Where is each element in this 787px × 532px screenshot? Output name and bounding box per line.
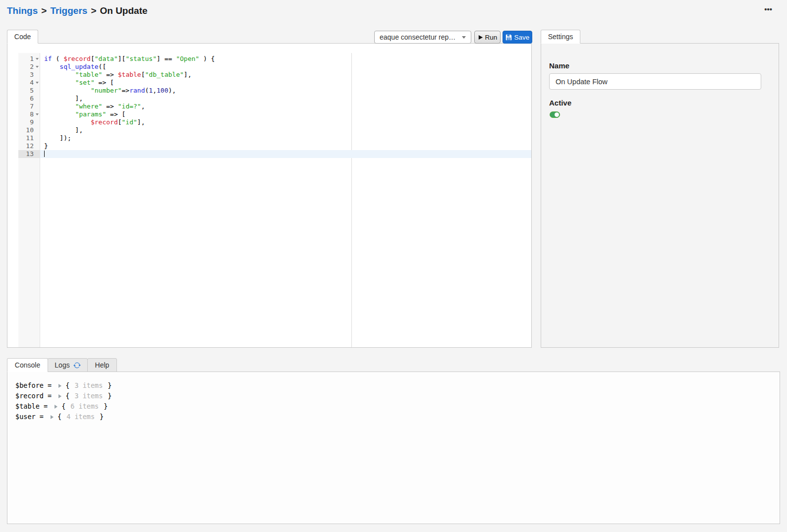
toggle-knob bbox=[555, 112, 559, 117]
code-line-content: $record["id"], bbox=[40, 118, 531, 126]
line-gutter-cell: 10 bbox=[18, 126, 40, 134]
console-variable-name: $before = bbox=[15, 380, 56, 391]
fold-slot bbox=[34, 113, 40, 115]
triangle-down-icon[interactable] bbox=[36, 66, 39, 68]
console-entry: $user = {4 items} bbox=[15, 412, 775, 422]
tab-logs-label: Logs bbox=[55, 361, 69, 369]
console-entry: $before = {3 items} bbox=[15, 380, 775, 391]
console-open-brace: { bbox=[61, 401, 65, 412]
record-selector-dropdown[interactable]: eaque consectetur rep… bbox=[374, 31, 471, 44]
line-gutter-cell: 3 bbox=[18, 71, 40, 79]
code-line-content bbox=[40, 150, 531, 158]
triangle-right-icon[interactable] bbox=[55, 405, 57, 409]
text-cursor bbox=[44, 151, 45, 157]
line-gutter-cell: 9 bbox=[18, 118, 40, 126]
tab-console[interactable]: Console bbox=[7, 358, 48, 372]
console-close-brace: } bbox=[108, 380, 112, 391]
code-line[interactable]: 12} bbox=[18, 142, 531, 150]
line-number: 12 bbox=[26, 142, 34, 150]
line-gutter-cell: 4 bbox=[18, 79, 40, 87]
refresh-icon[interactable] bbox=[73, 362, 81, 369]
run-button[interactable]: Run bbox=[474, 31, 501, 44]
line-gutter-cell: 13 bbox=[18, 150, 40, 158]
breadcrumb-item-triggers[interactable]: Triggers bbox=[50, 5, 87, 16]
fold-slot bbox=[34, 82, 40, 84]
active-toggle[interactable] bbox=[550, 111, 560, 118]
line-number: 3 bbox=[30, 71, 34, 79]
triangle-right-icon[interactable] bbox=[58, 394, 61, 398]
triangle-right-icon[interactable] bbox=[51, 415, 54, 419]
line-number: 2 bbox=[30, 63, 34, 71]
name-label: Name bbox=[549, 61, 569, 70]
line-number: 8 bbox=[30, 110, 34, 118]
triangle-right-icon[interactable] bbox=[58, 384, 61, 388]
code-line[interactable]: 4 "set" => [ bbox=[18, 79, 531, 87]
console-entry: $record = {3 items} bbox=[15, 391, 775, 401]
console-close-brace: } bbox=[104, 401, 108, 412]
console-close-brace: } bbox=[108, 391, 112, 401]
code-editor[interactable]: 1if ( $record["data"]["status"] == "Open… bbox=[18, 53, 531, 347]
line-number: 7 bbox=[30, 103, 34, 110]
tab-code[interactable]: Code bbox=[7, 30, 38, 44]
code-lines: 1if ( $record["data"]["status"] == "Open… bbox=[18, 55, 531, 158]
code-line[interactable]: 8 "params" => [ bbox=[18, 110, 531, 118]
console-items-count: 3 items bbox=[74, 380, 103, 391]
breadcrumb-separator: > bbox=[91, 5, 96, 16]
breadcrumb-item-things[interactable]: Things bbox=[7, 5, 38, 16]
code-line[interactable]: 9 $record["id"], bbox=[18, 118, 531, 126]
triangle-down-icon[interactable] bbox=[36, 113, 39, 115]
code-line[interactable]: 13 bbox=[18, 150, 531, 158]
tab-settings[interactable]: Settings bbox=[541, 30, 580, 44]
code-line[interactable]: 3 "table" => $table["db_table"], bbox=[18, 71, 531, 79]
code-line[interactable]: 1if ( $record["data"]["status"] == "Open… bbox=[18, 55, 531, 63]
ellipsis-icon[interactable]: ••• bbox=[764, 5, 772, 14]
line-number: 6 bbox=[30, 95, 34, 103]
console-close-brace: } bbox=[100, 412, 104, 422]
record-selector-value: eaque consectetur rep… bbox=[380, 33, 459, 41]
breadcrumb-separator: > bbox=[41, 5, 47, 16]
triangle-down-icon[interactable] bbox=[36, 58, 39, 60]
line-gutter-cell: 6 bbox=[18, 95, 40, 103]
line-gutter-cell: 7 bbox=[18, 103, 40, 110]
code-line-content: "number"=>rand(1,100), bbox=[40, 87, 531, 95]
console-items-count: 6 items bbox=[70, 401, 99, 412]
code-line-content: "params" => [ bbox=[40, 110, 531, 118]
save-button[interactable]: Save bbox=[503, 31, 532, 44]
line-number: 4 bbox=[30, 79, 34, 87]
line-gutter-cell: 2 bbox=[18, 63, 40, 71]
run-button-label: Run bbox=[485, 34, 498, 41]
console-open-brace: { bbox=[65, 391, 69, 401]
tab-logs[interactable]: Logs bbox=[48, 358, 88, 372]
code-line[interactable]: 11 ]); bbox=[18, 134, 531, 142]
code-line[interactable]: 10 ], bbox=[18, 126, 531, 134]
line-number: 1 bbox=[30, 55, 34, 63]
console-entry: $table = {6 items} bbox=[15, 401, 775, 412]
line-gutter-cell: 5 bbox=[18, 87, 40, 95]
play-icon bbox=[478, 35, 483, 40]
code-line-content: } bbox=[40, 142, 531, 150]
line-number: 9 bbox=[30, 118, 34, 126]
code-line[interactable]: 7 "where" => "id=?", bbox=[18, 103, 531, 110]
console-open-brace: { bbox=[65, 380, 69, 391]
line-gutter-cell: 12 bbox=[18, 142, 40, 150]
settings-panel: Name Active bbox=[541, 43, 779, 348]
code-line-content: "table" => $table["db_table"], bbox=[40, 71, 531, 79]
code-panel: 1if ( $record["data"]["status"] == "Open… bbox=[7, 43, 532, 348]
code-line-content: "set" => [ bbox=[40, 79, 531, 87]
code-line-content: ], bbox=[40, 95, 531, 103]
line-number: 10 bbox=[26, 126, 34, 134]
line-number: 11 bbox=[26, 134, 34, 142]
code-line[interactable]: 6 ], bbox=[18, 95, 531, 103]
code-line[interactable]: 5 "number"=>rand(1,100), bbox=[18, 87, 531, 95]
triangle-down-icon[interactable] bbox=[36, 82, 39, 84]
name-input[interactable] bbox=[549, 73, 761, 90]
code-line-content: if ( $record["data"]["status"] == "Open"… bbox=[40, 55, 531, 63]
code-line-content: sql_update([ bbox=[40, 63, 531, 71]
line-gutter-cell: 8 bbox=[18, 110, 40, 118]
code-line[interactable]: 2 sql_update([ bbox=[18, 63, 531, 71]
active-label: Active bbox=[549, 99, 571, 107]
tab-help[interactable]: Help bbox=[87, 358, 117, 372]
breadcrumb: Things>Triggers>On Update bbox=[7, 5, 148, 16]
console-variable-name: $record = bbox=[15, 391, 56, 401]
save-button-label: Save bbox=[514, 34, 530, 41]
